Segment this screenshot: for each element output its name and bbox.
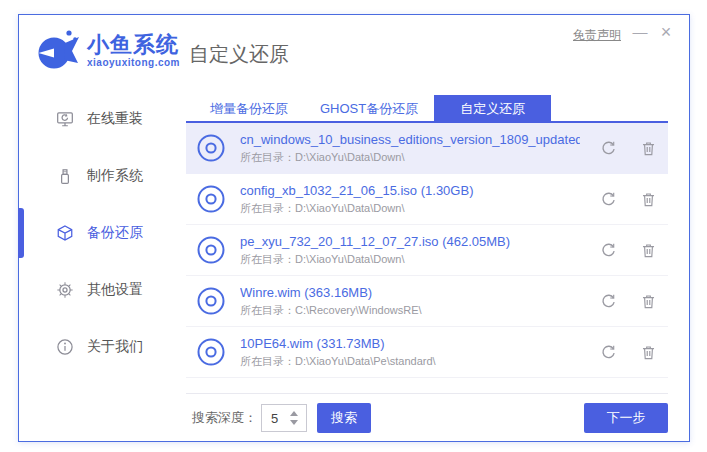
next-step-button[interactable]: 下一步 [584, 403, 668, 433]
disc-image-icon [196, 133, 226, 163]
image-path: 所在目录：D:\XiaoYu\Data\Down\ [240, 252, 580, 267]
sidebar-item-label: 其他设置 [87, 281, 143, 299]
refresh-icon [600, 191, 617, 208]
trash-icon [640, 344, 657, 361]
disc-image-icon [196, 286, 226, 316]
sidebar-item-label: 制作系统 [87, 167, 143, 185]
image-title: Winre.wim (363.16MB) [240, 285, 580, 300]
delete-button[interactable] [636, 238, 660, 262]
app-logo: 小鱼系统 xiaoyuxitong.com [35, 27, 180, 73]
delete-button[interactable] [636, 340, 660, 364]
image-title: 10PE64.wim (331.73MB) [240, 336, 580, 351]
disc-image-icon [196, 184, 226, 214]
image-path: 所在目录：D:\XiaoYu\Data\Down\ [240, 150, 580, 165]
refresh-button[interactable] [596, 187, 620, 211]
image-path: 所在目录：D:\XiaoYu\Data\Down\ [240, 201, 580, 216]
sidebar-item-label: 关于我们 [87, 338, 143, 356]
brand-domain: xiaoyuxitong.com [87, 57, 180, 68]
footer-bar: 搜索深度： 搜索 下一步 [186, 393, 668, 433]
refresh-button[interactable] [596, 136, 620, 160]
trash-icon [640, 293, 657, 310]
stepper-down-icon[interactable] [290, 420, 298, 425]
refresh-button[interactable] [596, 238, 620, 262]
image-title: cn_windows_10_business_editions_version_… [240, 132, 580, 147]
monitor-reinstall-icon [56, 110, 74, 128]
sidebar-item-label: 备份还原 [87, 224, 143, 242]
backup-cube-icon [56, 224, 74, 242]
info-icon [56, 338, 74, 356]
tab-custom-restore[interactable]: 自定义还原 [434, 95, 551, 121]
search-depth-label: 搜索深度： [192, 409, 257, 427]
page-title: 自定义还原 [189, 41, 289, 68]
app-window: 小鱼系统 xiaoyuxitong.com 自定义还原 免责声明 — × 在线重… [18, 14, 690, 442]
minimize-button[interactable]: — [629, 21, 651, 43]
trash-icon [640, 191, 657, 208]
refresh-button[interactable] [596, 289, 620, 313]
list-item[interactable]: config_xb_1032_21_06_15.iso (1.30GB) 所在目… [186, 174, 668, 225]
delete-button[interactable] [636, 136, 660, 160]
usb-drive-icon [56, 167, 74, 185]
image-title: pe_xyu_732_20_11_12_07_27.iso (462.05MB) [240, 234, 580, 249]
image-path: 所在目录：C:\Recovery\WindowsRE\ [240, 303, 580, 318]
sidebar: 在线重装 制作系统 备份还原 [19, 101, 186, 386]
image-path: 所在目录：D:\XiaoYu\Data\Pe\standard\ [240, 354, 580, 369]
refresh-icon [600, 242, 617, 259]
sidebar-item-label: 在线重装 [87, 110, 143, 128]
tab-incremental-backup-restore[interactable]: 增量备份还原 [194, 95, 304, 121]
image-title: config_xb_1032_21_06_15.iso (1.30GB) [240, 183, 580, 198]
disc-image-icon [196, 235, 226, 265]
list-item[interactable]: cn_windows_10_business_editions_version_… [186, 123, 668, 174]
stepper-up-icon[interactable] [290, 411, 298, 416]
delete-button[interactable] [636, 187, 660, 211]
fish-logo-icon [35, 27, 81, 73]
close-button[interactable]: × [655, 21, 677, 43]
refresh-button[interactable] [596, 340, 620, 364]
sidebar-item-online-reinstall[interactable]: 在线重装 [19, 101, 186, 137]
refresh-icon [600, 344, 617, 361]
disc-image-icon [196, 337, 226, 367]
sidebar-item-make-system[interactable]: 制作系统 [19, 158, 186, 194]
search-depth-input[interactable] [262, 411, 288, 426]
search-depth-stepper [261, 404, 307, 432]
trash-icon [640, 242, 657, 259]
list-item[interactable]: pe_xyu_732_20_11_12_07_27.iso (462.05MB)… [186, 225, 668, 276]
trash-icon [640, 140, 657, 157]
sidebar-item-other-settings[interactable]: 其他设置 [19, 272, 186, 308]
tab-ghost-backup-restore[interactable]: GHOST备份还原 [304, 95, 434, 121]
refresh-icon [600, 293, 617, 310]
refresh-icon [600, 140, 617, 157]
list-item[interactable]: 10PE64.wim (331.73MB) 所在目录：D:\XiaoYu\Dat… [186, 327, 668, 378]
sidebar-item-about-us[interactable]: 关于我们 [19, 329, 186, 365]
delete-button[interactable] [636, 289, 660, 313]
gear-icon [56, 281, 74, 299]
sidebar-item-backup-restore[interactable]: 备份还原 [19, 215, 186, 251]
search-button[interactable]: 搜索 [317, 403, 371, 433]
list-item[interactable]: Winre.wim (363.16MB) 所在目录：C:\Recovery\Wi… [186, 276, 668, 327]
tab-bar: 增量备份还原 GHOST备份还原 自定义还原 [186, 95, 668, 123]
brand-name: 小鱼系统 [87, 33, 180, 57]
main-content: 增量备份还原 GHOST备份还原 自定义还原 cn_windows_10_bus… [186, 95, 668, 378]
image-list: cn_windows_10_business_editions_version_… [186, 123, 668, 378]
disclaimer-link[interactable]: 免责声明 [573, 27, 621, 44]
